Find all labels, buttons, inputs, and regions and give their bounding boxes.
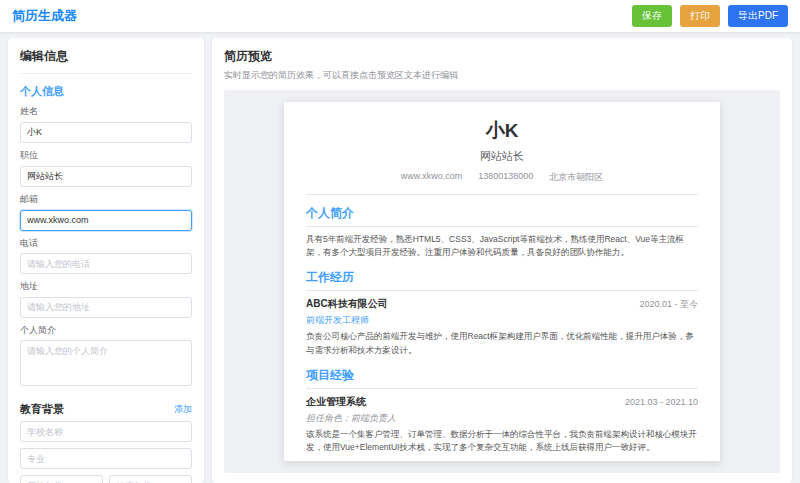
work-period[interactable]: 2020.01 - 至今 — [639, 298, 698, 311]
resume-name[interactable]: 小K — [306, 118, 698, 144]
major-input[interactable] — [20, 448, 192, 469]
address-label: 地址 — [20, 280, 192, 293]
resume-contact-website[interactable]: www.xkwo.com — [401, 171, 463, 184]
email-label: 邮箱 — [20, 193, 192, 206]
main-content: 编辑信息 个人信息 姓名 职位 邮箱 电话 地址 个人简介 教育背景 添加 — [0, 32, 800, 483]
resume-sheet: 小K 网站站长 www.xkwo.com 13800138000 北京市朝阳区 … — [284, 102, 720, 461]
resume-work-title: 工作经历 — [306, 269, 698, 291]
resume-project-title: 项目经验 — [306, 367, 698, 389]
resume-job-title[interactable]: 网站站长 — [306, 149, 698, 164]
top-bar-actions: 保存 打印 导出PDF — [632, 5, 788, 27]
project-period[interactable]: 2021.03 - 2021.10 — [625, 397, 698, 407]
education-year-row — [20, 475, 192, 483]
project-entry-head: 企业管理系统 2021.03 - 2021.10 — [306, 395, 698, 409]
resume-section-intro: 个人简介 具有5年前端开发经验，熟悉HTML5、CSS3、JavaScript等… — [306, 205, 698, 259]
resume-contact-phone[interactable]: 13800138000 — [478, 171, 533, 184]
print-button[interactable]: 打印 — [680, 5, 720, 27]
education-section-title: 教育背景 — [20, 402, 64, 417]
save-button[interactable]: 保存 — [632, 5, 672, 27]
end-year-input[interactable] — [109, 475, 192, 483]
resume-section-project: 项目经验 企业管理系统 2021.03 - 2021.10 担任角色：前端负责人… — [306, 367, 698, 454]
app-title: 简历生成器 — [12, 7, 77, 25]
name-input[interactable] — [20, 122, 192, 143]
work-entry-head: ABC科技有限公司 2020.01 - 至今 — [306, 297, 698, 311]
resume-intro-title: 个人简介 — [306, 205, 698, 227]
resume-contact-row: www.xkwo.com 13800138000 北京市朝阳区 — [306, 171, 698, 184]
name-label: 姓名 — [20, 105, 192, 118]
preview-panel-title: 简历预览 — [224, 48, 780, 65]
preview-subtitle: 实时显示您的简历效果，可以直接点击预览区文本进行编辑 — [224, 69, 780, 82]
project-role[interactable]: 担任角色：前端负责人 — [306, 412, 698, 425]
school-name-input[interactable] — [20, 421, 192, 442]
resume-header: 小K 网站站长 www.xkwo.com 13800138000 北京市朝阳区 — [306, 118, 698, 195]
education-section-head: 教育背景 添加 — [20, 402, 192, 417]
intro-label: 个人简介 — [20, 324, 192, 337]
job-title-input[interactable] — [20, 166, 192, 187]
resume-builder-app: 简历生成器 保存 打印 导出PDF 编辑信息 个人信息 姓名 职位 邮箱 电话 … — [0, 0, 800, 483]
email-input[interactable] — [20, 210, 192, 231]
resume-section-work: 工作经历 ABC科技有限公司 2020.01 - 至今 前端开发工程师 负责公司… — [306, 269, 698, 356]
preview-panel: 简历预览 实时显示您的简历效果，可以直接点击预览区文本进行编辑 小K 网站站长 … — [212, 38, 792, 483]
job-title-label: 职位 — [20, 149, 192, 162]
education-add-link[interactable]: 添加 — [174, 403, 192, 416]
editor-panel-title: 编辑信息 — [20, 48, 192, 74]
phone-input[interactable] — [20, 253, 192, 274]
resume-intro-text[interactable]: 具有5年前端开发经验，熟悉HTML5、CSS3、JavaScript等前端技术，… — [306, 233, 698, 259]
editor-panel: 编辑信息 个人信息 姓名 职位 邮箱 电话 地址 个人简介 教育背景 添加 — [8, 38, 204, 483]
preview-stage: 小K 网站站长 www.xkwo.com 13800138000 北京市朝阳区 … — [224, 90, 780, 473]
address-input[interactable] — [20, 297, 192, 318]
top-bar: 简历生成器 保存 打印 导出PDF — [0, 0, 800, 32]
resume-contact-location[interactable]: 北京市朝阳区 — [549, 171, 603, 184]
work-desc[interactable]: 负责公司核心产品的前端开发与维护，使用React框架构建用户界面，优化前端性能，… — [306, 330, 698, 356]
work-role[interactable]: 前端开发工程师 — [306, 314, 698, 327]
project-name[interactable]: 企业管理系统 — [306, 395, 366, 409]
phone-label: 电话 — [20, 237, 192, 250]
export-pdf-button[interactable]: 导出PDF — [728, 5, 788, 27]
start-year-input[interactable] — [20, 475, 103, 483]
personal-info-section-title: 个人信息 — [20, 84, 192, 99]
intro-textarea[interactable] — [20, 340, 192, 386]
work-company[interactable]: ABC科技有限公司 — [306, 297, 388, 311]
project-desc[interactable]: 该系统是一个集客户管理、订单管理、数据分析于一体的综合性平台，我负责前端架构设计… — [306, 428, 698, 454]
